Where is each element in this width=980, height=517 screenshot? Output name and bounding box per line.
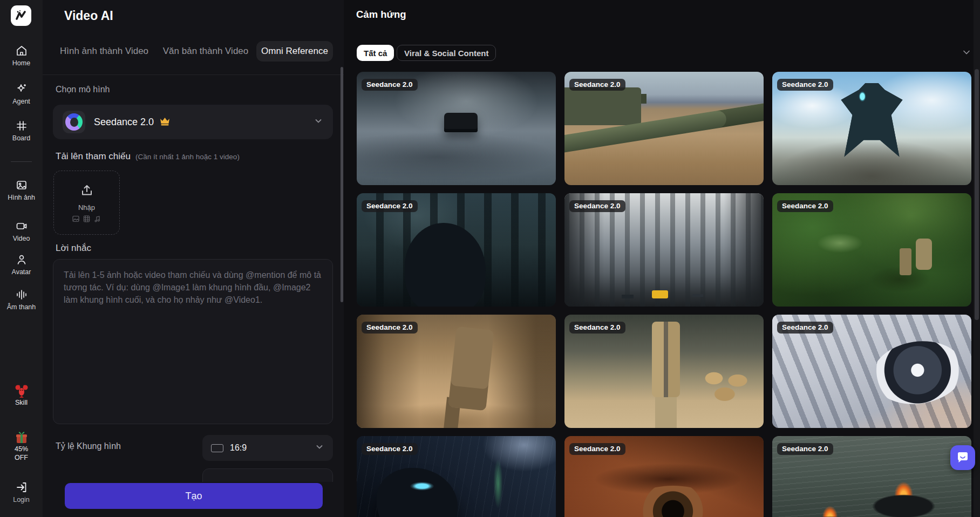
sidebar-item-label: Avatar bbox=[12, 268, 31, 276]
image-icon bbox=[15, 179, 28, 192]
sidebar-item-label: Board bbox=[12, 134, 30, 142]
sidebar-item-skill[interactable]: Skill bbox=[0, 384, 43, 407]
inspiration-grid: Seedance 2.0 Seedance 2.0 Seedance 2.0 S… bbox=[357, 72, 971, 517]
app-logo[interactable] bbox=[11, 5, 31, 26]
tab-text-to-video[interactable]: Văn bản thành Video bbox=[155, 42, 256, 60]
agent-sparkle-icon bbox=[15, 83, 28, 96]
tab-omni-reference[interactable]: Omni Reference bbox=[256, 41, 333, 62]
sidebar-item-home[interactable]: Home bbox=[0, 44, 43, 67]
sidebar: Home Agent Board Hình ảnh Video bbox=[0, 0, 43, 517]
gift-icon bbox=[0, 431, 43, 445]
upload-button-label: Nhập bbox=[78, 203, 95, 212]
sidebar-item-agent[interactable]: Agent bbox=[0, 83, 43, 106]
sidebar-item-video[interactable]: Video bbox=[0, 220, 43, 243]
inspiration-card[interactable]: Seedance 2.0 bbox=[772, 72, 971, 185]
home-icon bbox=[15, 44, 28, 57]
model-badge: Seedance 2.0 bbox=[569, 200, 625, 212]
avatar-person-icon bbox=[15, 253, 28, 266]
mode-tabs: Hình ảnh thành Video Văn bản thành Video… bbox=[53, 35, 333, 68]
sidebar-item-label: Login bbox=[13, 496, 30, 504]
model-badge: Seedance 2.0 bbox=[362, 79, 418, 91]
generation-panel: Video AI Hình ảnh thành Video Văn bản th… bbox=[43, 0, 344, 517]
prompt-input[interactable] bbox=[53, 259, 333, 424]
upload-icon bbox=[80, 183, 94, 200]
sidebar-item-label: Agent bbox=[12, 98, 30, 105]
window-scrollbar[interactable] bbox=[974, 0, 980, 517]
sidebar-item-discount[interactable]: 45% OFF bbox=[0, 431, 43, 462]
selected-model-name: Seedance 2.0 bbox=[94, 117, 154, 128]
chevron-down-icon bbox=[314, 116, 323, 128]
model-badge: Seedance 2.0 bbox=[569, 322, 625, 334]
model-badge: Seedance 2.0 bbox=[777, 322, 833, 334]
inspiration-card[interactable]: Seedance 2.0 bbox=[772, 436, 971, 517]
panel-scrollbar[interactable] bbox=[341, 67, 343, 302]
sidebar-item-label: Skill bbox=[15, 399, 28, 406]
sidebar-item-audio[interactable]: Âm thanh bbox=[0, 288, 43, 311]
upload-dropzone[interactable]: Nhập bbox=[53, 171, 120, 235]
filter-chip-viral-social[interactable]: Viral & Social Content bbox=[397, 45, 496, 61]
inspiration-card[interactable]: Seedance 2.0 bbox=[564, 72, 764, 185]
panel-footer: Tạo bbox=[43, 482, 344, 517]
model-badge: Seedance 2.0 bbox=[569, 443, 625, 455]
model-badge: Seedance 2.0 bbox=[777, 79, 833, 91]
support-chat-button[interactable] bbox=[950, 445, 975, 470]
sidebar-item-label: Video bbox=[13, 235, 30, 242]
login-icon bbox=[15, 481, 28, 494]
upload-section-label: Tải lên tham chiếu bbox=[56, 151, 131, 162]
logo-zigzag-icon bbox=[14, 9, 28, 23]
model-badge: Seedance 2.0 bbox=[362, 322, 418, 334]
aspect-ratio-value: 16:9 bbox=[230, 443, 247, 453]
model-badge: Seedance 2.0 bbox=[777, 443, 833, 455]
filters-expand-chevron-icon[interactable] bbox=[961, 46, 972, 60]
sidebar-item-avatar[interactable]: Avatar bbox=[0, 253, 43, 276]
inspiration-card[interactable]: Seedance 2.0 bbox=[564, 315, 764, 428]
inspiration-card[interactable]: Seedance 2.0 bbox=[357, 315, 556, 428]
inspiration-card[interactable]: Seedance 2.0 bbox=[357, 72, 556, 185]
aspect-ratio-icon bbox=[211, 444, 223, 452]
lobster-icon bbox=[0, 384, 43, 398]
crown-icon bbox=[159, 117, 171, 128]
model-badge: Seedance 2.0 bbox=[362, 200, 418, 212]
model-section-label: Chọn mô hình bbox=[56, 85, 110, 94]
mini-film-icon bbox=[83, 215, 90, 222]
window-scrollbar-thumb[interactable] bbox=[975, 69, 979, 320]
video-camera-icon bbox=[15, 220, 28, 233]
mini-image-icon bbox=[72, 215, 79, 222]
page-title: Video AI bbox=[64, 9, 113, 23]
model-badge: Seedance 2.0 bbox=[777, 200, 833, 212]
ratio-section-label: Tỷ lệ Khung hình bbox=[56, 441, 121, 451]
inspiration-card[interactable]: Seedance 2.0 bbox=[357, 436, 556, 517]
inspiration-card[interactable]: Seedance 2.0 bbox=[772, 193, 971, 307]
generate-button[interactable]: Tạo bbox=[65, 483, 323, 509]
chat-bubble-icon bbox=[956, 451, 970, 465]
tab-image-to-video[interactable]: Hình ảnh thành Video bbox=[53, 42, 155, 60]
chevron-down-icon bbox=[315, 442, 324, 454]
board-grid-icon bbox=[15, 119, 28, 132]
upload-section-hint: (Cần ít nhất 1 ảnh hoặc 1 video) bbox=[135, 153, 240, 161]
filter-chip-all[interactable]: Tất cả bbox=[357, 45, 394, 61]
inspiration-title: Cảm hứng bbox=[356, 9, 406, 21]
inspiration-card[interactable]: Seedance 2.0 bbox=[357, 193, 556, 307]
sidebar-item-label: Hình ảnh bbox=[8, 194, 35, 201]
sidebar-divider bbox=[11, 161, 32, 162]
sidebar-item-image[interactable]: Hình ảnh bbox=[0, 179, 43, 202]
inspiration-card[interactable]: Seedance 2.0 bbox=[564, 436, 764, 517]
inspiration-card[interactable]: Seedance 2.0 bbox=[772, 315, 971, 428]
prompt-section-label: Lời nhắc bbox=[56, 243, 91, 254]
model-badge: Seedance 2.0 bbox=[569, 79, 625, 91]
model-select[interactable]: Seedance 2.0 bbox=[53, 105, 333, 139]
sidebar-item-label: Âm thanh bbox=[7, 303, 36, 311]
inspiration-feed: Cảm hứng Tất cả Viral & Social Content S… bbox=[344, 0, 980, 517]
seedance-model-icon bbox=[63, 111, 85, 133]
aspect-ratio-select[interactable]: 16:9 bbox=[202, 435, 333, 461]
inspiration-card[interactable]: Seedance 2.0 bbox=[564, 193, 764, 307]
sidebar-item-label: Home bbox=[12, 59, 30, 67]
upload-type-icons bbox=[72, 215, 101, 222]
audio-wave-icon bbox=[15, 288, 28, 301]
sidebar-item-label: 45% OFF bbox=[10, 445, 33, 462]
model-badge: Seedance 2.0 bbox=[362, 443, 418, 455]
sidebar-item-board[interactable]: Board bbox=[0, 119, 43, 142]
sidebar-item-login[interactable]: Login bbox=[0, 481, 43, 504]
tabs-divider bbox=[43, 74, 344, 75]
mini-music-note-icon bbox=[94, 215, 101, 222]
